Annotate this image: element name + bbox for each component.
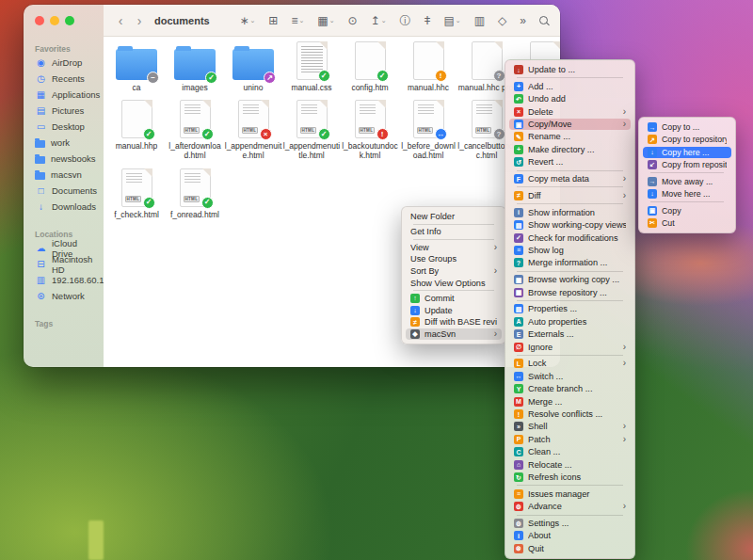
macsvn-actions-button[interactable]: ∗⌄: [236, 13, 258, 28]
show-view-options-menu-item[interactable]: Show View Options: [406, 278, 502, 289]
show-working-copy-viewspec-menu-item[interactable]: ▤Show working-copy viewspec: [509, 219, 631, 231]
minimize-button[interactable]: [50, 16, 59, 25]
clean-menu-item[interactable]: CClean ...: [509, 446, 631, 457]
auto-properties-menu-item[interactable]: AAuto properties: [509, 316, 631, 328]
create-branch-menu-item[interactable]: YCreate branch ...: [509, 383, 631, 394]
browse-repository-menu-item[interactable]: ▦Browse repository ...: [509, 287, 631, 298]
file-item-f-onread-html[interactable]: HTML✓f_onread.html: [166, 166, 224, 219]
delete-menu-item[interactable]: ×Delete›: [509, 106, 631, 118]
sidebar-item-newsbooks[interactable]: newsbooks: [24, 151, 104, 167]
file-item-unino[interactable]: ↗unino: [224, 39, 282, 92]
revert-menu-item[interactable]: ↺Revert ...: [509, 156, 631, 168]
sidebar-item-recents[interactable]: ◷Recents: [24, 71, 104, 87]
macsvn-menu-item[interactable]: ◆macSvn›: [406, 328, 502, 340]
get-info-menu-item[interactable]: Get Info: [406, 226, 502, 237]
file-item-l-backoutundock-html[interactable]: HTML!l_backoutundock.html: [341, 97, 399, 160]
file-item-images[interactable]: ✓images: [166, 39, 224, 92]
new-folder-button[interactable]: ⊞: [265, 13, 280, 28]
quick-look-button[interactable]: ⊙: [345, 13, 360, 28]
externals-menu-item[interactable]: EExternals ...: [509, 328, 631, 340]
use-groups-menu-item[interactable]: Use Groups: [406, 253, 502, 264]
zoom-button[interactable]: [65, 16, 74, 25]
file-item-config-htm[interactable]: ✓config.htm: [341, 39, 399, 92]
copy-here-menu-item[interactable]: ↓Copy here ...: [643, 147, 731, 158]
sidebar-item-network[interactable]: ⊛Network: [24, 288, 104, 304]
resolve-conflicts-menu-item[interactable]: !Resolve conflicts ...: [509, 408, 631, 420]
copy-menu-item[interactable]: ▣Copy: [643, 205, 731, 216]
relocate-menu-item[interactable]: ⌂Relocate ...: [509, 459, 631, 471]
file-item-f-check-html[interactable]: HTML✓f_check.html: [107, 166, 166, 219]
list-view-button[interactable]: ≡⌄: [288, 13, 307, 28]
advance-menu-item[interactable]: ⚙Advance›: [509, 501, 631, 512]
sidebar-item-macsvn[interactable]: macsvn: [24, 167, 104, 183]
group-by-button[interactable]: ▤⌄: [441, 13, 464, 28]
search-button[interactable]: [537, 14, 551, 26]
lock-menu-item[interactable]: LLock›: [509, 358, 631, 369]
properties-menu-item[interactable]: ▤Properties ...: [509, 303, 631, 314]
switch-menu-item[interactable]: ↔Switch ...: [509, 371, 631, 382]
commit-menu-item[interactable]: ↑Commit: [406, 293, 502, 304]
undo-add-menu-item[interactable]: ↶Undo add: [509, 93, 631, 104]
file-item-l-appendmenuite-html[interactable]: HTML×l_appendmenuite.html: [224, 97, 282, 160]
settings-menu-item[interactable]: ⚙Settings ...: [509, 518, 631, 529]
show-log-menu-item[interactable]: ≡Show log: [509, 245, 631, 256]
sidebar-item-airdrop[interactable]: ◉AirDrop: [24, 55, 104, 71]
issues-manager-menu-item[interactable]: ≡Issues manager: [509, 488, 631, 500]
show-information-menu-item[interactable]: iShow information: [509, 207, 631, 218]
copy-from-repository-menu-item[interactable]: ↙Copy from repository ...: [643, 159, 731, 170]
share-button[interactable]: ↥⌄: [368, 13, 390, 28]
file-item-l-before-download-html[interactable]: HTML↔l_before_download.html: [399, 97, 457, 160]
shell-menu-item[interactable]: »Shell›: [509, 421, 631, 432]
copy-to-repository-menu-item[interactable]: ↗Copy to repository ...: [643, 134, 731, 145]
merge-menu-item[interactable]: MMerge ...: [509, 396, 631, 408]
back-button[interactable]: ‹: [113, 14, 128, 27]
file-item-l-appendmenutitle-html[interactable]: HTML✓l_appendmenutitle.html: [282, 97, 341, 160]
merge-information-menu-item[interactable]: ?Merge information ...: [509, 257, 631, 268]
refresh-icons-menu-item[interactable]: ↻Refresh icons: [509, 472, 631, 483]
preview-pane-button[interactable]: ▥: [472, 13, 488, 28]
sidebar-item-documents[interactable]: □Documents: [24, 183, 104, 199]
get-info-button[interactable]: ⓘ: [397, 13, 414, 28]
sidebar-item-desktop[interactable]: ▭Desktop: [24, 119, 104, 135]
cut-menu-item[interactable]: ✂Cut: [643, 217, 731, 229]
close-button[interactable]: [35, 16, 44, 25]
forward-button[interactable]: ›: [132, 14, 147, 27]
file-item-l-afterdownload-html[interactable]: HTML✓l_afterdownload.html: [166, 97, 224, 160]
move-away-menu-item[interactable]: →Move away ...: [643, 176, 731, 187]
icon-size-button[interactable]: ▦⌄: [314, 13, 337, 28]
more-button[interactable]: »: [517, 13, 529, 28]
tags-button[interactable]: ◇: [495, 13, 509, 28]
update-to-menu-item[interactable]: ↓Update to ...: [509, 64, 631, 75]
add-menu-item[interactable]: +Add ...: [509, 81, 631, 92]
copy-move-menu-item[interactable]: ▣Copy/Move›: [509, 119, 631, 130]
sidebar-item-work[interactable]: work: [24, 135, 104, 151]
ignore-menu-item[interactable]: ∅Ignore›: [509, 342, 631, 353]
new-folder-menu-item[interactable]: New Folder: [406, 211, 502, 222]
adjust-button[interactable]: ǂ: [422, 13, 434, 28]
copy-to-menu-item[interactable]: →Copy to ...: [643, 121, 731, 133]
sidebar-item-192-168-60-10[interactable]: ▥192.168.60.10⏏: [24, 272, 104, 288]
check-for-modifications-menu-item[interactable]: ✓Check for modifications: [509, 232, 631, 244]
copy-meta-data-menu-item[interactable]: FCopy meta data›: [509, 173, 631, 184]
sidebar-item-pictures[interactable]: ▤Pictures: [24, 103, 104, 119]
make-directory-menu-item[interactable]: +Make directory ...: [509, 144, 631, 155]
about-menu-item[interactable]: iAbout: [509, 530, 631, 541]
update-menu-item[interactable]: ↓Update: [406, 305, 502, 316]
diff-menu-item[interactable]: ≠Diff›: [509, 190, 631, 201]
sidebar-item-macintosh-hd[interactable]: ⊟Macintosh HD: [24, 256, 104, 272]
quit-menu-item[interactable]: ⊗Quit: [509, 543, 631, 554]
move-here-menu-item[interactable]: ↓Move here ...: [643, 188, 731, 200]
file-item-manual-css[interactable]: ✓manual.css: [282, 39, 341, 92]
rename-menu-item[interactable]: ✎Rename ...: [509, 131, 631, 142]
sidebar-item-downloads[interactable]: ↓Downloads: [24, 199, 104, 215]
diff-with-base-revision-menu-item[interactable]: ≠Diff with BASE revision: [406, 316, 502, 328]
view-menu-item[interactable]: View›: [406, 242, 502, 253]
browse-working-copy-menu-item[interactable]: ▦Browse working copy ...: [509, 274, 631, 285]
document-icon: □: [35, 186, 47, 196]
patch-menu-item[interactable]: PPatch›: [509, 434, 631, 445]
sort-by-menu-item[interactable]: Sort By›: [406, 265, 502, 277]
file-item-manual-hhc[interactable]: !manual.hhc: [399, 39, 457, 92]
sidebar-item-applications[interactable]: ▦Applications: [24, 87, 104, 103]
file-item-ca[interactable]: −ca: [107, 39, 166, 92]
file-item-manual-hhp[interactable]: ✓manual.hhp: [107, 97, 166, 151]
